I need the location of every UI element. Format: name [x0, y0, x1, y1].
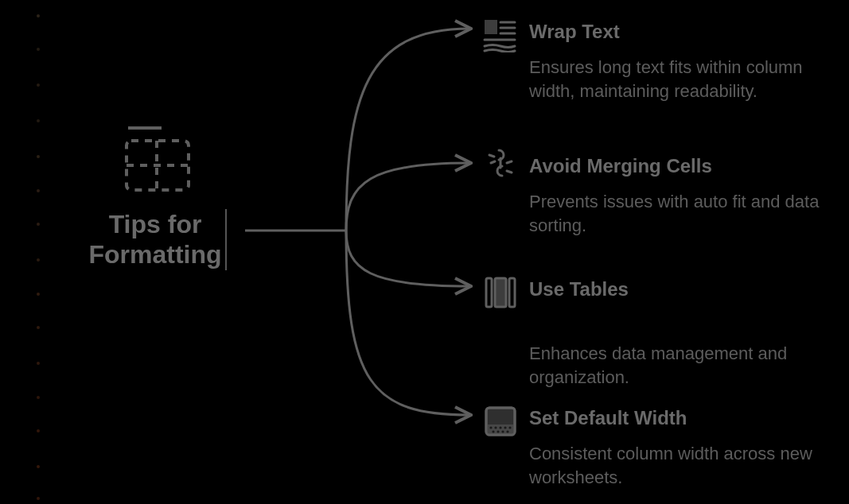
- svg-rect-16: [509, 278, 515, 307]
- svg-point-22: [504, 426, 506, 428]
- svg-line-13: [507, 171, 512, 173]
- broken-link-icon: [481, 144, 520, 182]
- branch-title: Use Tables: [529, 278, 831, 300]
- root-title-line1: Tips for: [109, 210, 202, 238]
- branch-avoid-merging: Avoid Merging Cells Prevents issues with…: [529, 155, 831, 237]
- svg-point-21: [499, 426, 501, 428]
- svg-point-27: [506, 430, 508, 432]
- branch-desc: Ensures long text fits within column wid…: [529, 56, 831, 103]
- branch-title: Avoid Merging Cells: [529, 155, 831, 177]
- svg-line-11: [491, 161, 495, 163]
- branch-desc: Prevents issues with auto fit and data s…: [529, 190, 831, 237]
- svg-rect-14: [486, 278, 492, 307]
- connector-lines: [239, 0, 477, 504]
- svg-line-12: [507, 161, 512, 163]
- decorative-dots: [0, 0, 48, 504]
- root-node: Tips for Formatting: [70, 123, 245, 270]
- svg-point-19: [489, 426, 492, 428]
- svg-rect-18: [486, 425, 515, 435]
- wrap-text-icon: [481, 16, 520, 54]
- svg-rect-15: [495, 278, 506, 307]
- branch-title: Set Default Width: [529, 407, 831, 429]
- branch-default-width: Set Default Width Consistent column widt…: [529, 407, 831, 489]
- root-title: Tips for Formatting: [88, 209, 226, 270]
- container-icon: [481, 402, 520, 440]
- branch-desc: Enhances data management and organizatio…: [529, 342, 831, 389]
- branch-wrap-text: Wrap Text Ensures long text fits within …: [529, 21, 831, 103]
- columns-icon: [481, 273, 520, 312]
- branch-title: Wrap Text: [529, 21, 831, 43]
- svg-rect-4: [485, 20, 497, 34]
- svg-point-20: [494, 426, 497, 428]
- branch-desc: Consistent column width across new works…: [529, 442, 831, 489]
- branch-use-tables: Use Tables Enhances data management and …: [529, 278, 831, 389]
- svg-point-26: [501, 430, 504, 432]
- svg-point-25: [497, 430, 499, 432]
- svg-line-10: [489, 155, 494, 157]
- grid-table-icon: [70, 123, 245, 195]
- root-title-line2: Formatting: [88, 240, 221, 269]
- svg-point-24: [492, 430, 494, 432]
- svg-point-23: [508, 426, 511, 428]
